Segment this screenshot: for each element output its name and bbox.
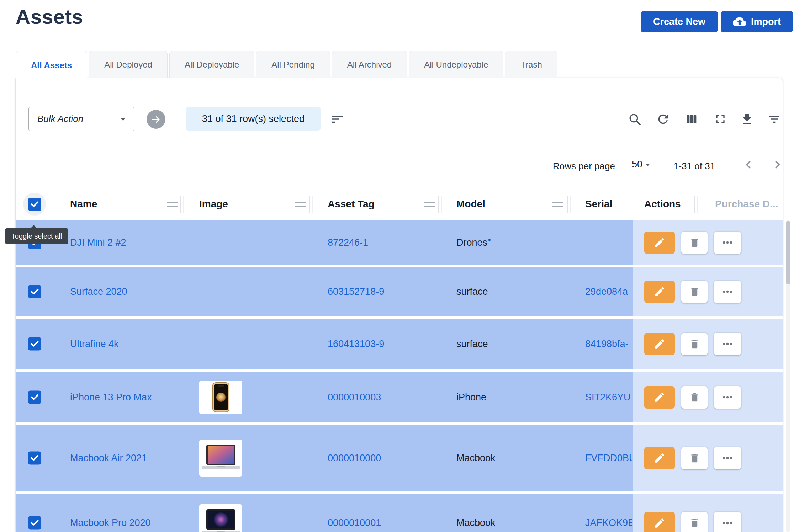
column-header-asset-tag[interactable]: Asset Tag (328, 188, 375, 220)
delete-button[interactable] (681, 281, 708, 303)
macbook-air-thumbnail (201, 444, 241, 472)
pencil-icon (653, 391, 666, 403)
asset-name-link[interactable]: Macbook Air 2021 (70, 453, 147, 464)
asset-tag-link[interactable]: 603152718-9 (328, 286, 384, 297)
table-row: Macbook Air 2021 0000010000 Macbook FVFD… (16, 425, 783, 491)
tab-all-undeployable[interactable]: All Undeployable (409, 51, 503, 78)
delete-button[interactable] (681, 232, 708, 254)
tab-all-archived[interactable]: All Archived (332, 51, 407, 78)
asset-name-link[interactable]: Macbook Pro 2020 (70, 517, 151, 528)
fullscreen-icon[interactable] (713, 112, 727, 126)
tab-all-assets[interactable]: All Assets (16, 51, 87, 79)
column-header-model[interactable]: Model (456, 188, 485, 220)
trash-icon (689, 517, 700, 528)
more-actions-button[interactable] (714, 386, 741, 409)
refresh-icon[interactable] (656, 112, 670, 126)
column-header-serial[interactable]: Serial (585, 188, 612, 220)
previous-page-button[interactable] (742, 158, 755, 171)
asset-name-link[interactable]: iPhone 13 Pro Max (70, 392, 152, 403)
asset-model: surface (456, 339, 488, 350)
asset-tag-link[interactable]: 872246-1 (328, 237, 368, 248)
more-actions-button[interactable] (714, 333, 741, 355)
arrow-right-icon (151, 114, 162, 125)
tab-all-deployed[interactable]: All Deployed (89, 51, 168, 78)
create-new-button[interactable]: Create New (641, 11, 718, 32)
apply-bulk-action-button[interactable] (147, 110, 165, 129)
edit-button[interactable] (644, 512, 675, 532)
rows-per-page-label: Rows per page (553, 161, 615, 172)
tab-trash[interactable]: Trash (505, 51, 557, 78)
edit-button[interactable] (644, 232, 675, 254)
delete-button[interactable] (681, 447, 708, 469)
edit-button[interactable] (644, 281, 675, 303)
asset-serial-link[interactable]: JAFKOK9E (585, 517, 632, 528)
row-checkbox[interactable] (28, 452, 41, 465)
drag-handle-icon[interactable] (424, 202, 435, 207)
asset-tag-link[interactable]: 0000010003 (328, 392, 381, 403)
next-page-button[interactable] (771, 158, 783, 171)
trash-icon (689, 237, 700, 248)
tab-all-deployable[interactable]: All Deployable (169, 51, 254, 78)
check-icon (30, 518, 39, 528)
column-divider[interactable] (180, 196, 181, 213)
asset-tag-link[interactable]: 0000010000 (328, 453, 381, 464)
asset-tag-link[interactable]: 0000010001 (328, 517, 381, 528)
vertical-scrollbar[interactable] (786, 220, 790, 532)
asset-serial-link[interactable]: 84198bfa- (585, 339, 632, 350)
rows-per-page-select[interactable]: 50 (632, 159, 653, 170)
search-icon[interactable] (628, 112, 642, 126)
drag-handle-icon[interactable] (552, 202, 563, 207)
asset-serial-link[interactable]: SIT2K6YU (585, 392, 632, 403)
more-actions-button[interactable] (714, 512, 741, 532)
drag-handle-icon[interactable] (295, 202, 306, 207)
asset-serial-link[interactable]: 29de084a (585, 286, 632, 297)
asset-name-link[interactable]: Surface 2020 (70, 286, 127, 297)
check-icon (30, 339, 39, 349)
asset-image-iphone[interactable] (199, 381, 242, 414)
column-divider[interactable] (567, 196, 568, 213)
columns-icon[interactable] (684, 112, 699, 126)
row-checkbox[interactable] (28, 391, 41, 404)
row-checkbox[interactable] (28, 516, 41, 530)
asset-serial-link[interactable]: FVFDD0BU (585, 453, 632, 464)
asset-name-link[interactable]: Ultrafine 4k (70, 339, 119, 350)
asset-image-macbook-air[interactable] (199, 440, 242, 477)
asset-tag-link[interactable]: 160413103-9 (328, 339, 384, 350)
drag-handle-icon[interactable] (167, 202, 178, 207)
scrollbar-thumb[interactable] (786, 221, 790, 284)
table-row: iPhone 13 Pro Max 0000010003 iPhone SIT2… (16, 372, 783, 422)
edit-button[interactable] (644, 333, 675, 355)
delete-button[interactable] (681, 333, 708, 355)
column-header-purchase-date[interactable]: Purchase D... (715, 188, 778, 220)
bulk-action-select[interactable]: Bulk Action (28, 107, 134, 131)
row-checkbox[interactable] (28, 285, 41, 298)
select-all-checkbox[interactable] (28, 198, 41, 211)
column-divider[interactable] (309, 196, 310, 213)
actions-cell (633, 267, 783, 316)
column-divider[interactable] (438, 196, 439, 213)
asset-name-link[interactable]: DJI Mini 2 #2 (70, 237, 126, 248)
column-header-image[interactable]: Image (199, 188, 228, 220)
import-button[interactable]: Import (721, 11, 793, 32)
more-actions-button[interactable] (714, 447, 741, 469)
pencil-icon (653, 236, 666, 249)
page-title: Assets (16, 5, 83, 28)
edit-button[interactable] (644, 386, 675, 409)
download-icon[interactable] (740, 112, 754, 126)
filter-icon[interactable] (767, 112, 781, 126)
more-actions-button[interactable] (714, 232, 741, 254)
sort-icon[interactable] (330, 112, 344, 126)
delete-button[interactable] (681, 386, 708, 409)
edit-button[interactable] (644, 447, 675, 469)
pencil-icon (653, 338, 666, 350)
trash-icon (689, 286, 700, 297)
column-header-name[interactable]: Name (70, 188, 97, 220)
column-divider[interactable] (694, 196, 695, 213)
ellipsis-icon (721, 517, 734, 529)
tooltip-text: Toggle select all (11, 232, 62, 240)
more-actions-button[interactable] (714, 281, 741, 303)
tab-all-pending[interactable]: All Pending (256, 51, 330, 78)
asset-image-macbook-pro[interactable] (199, 504, 242, 532)
row-checkbox[interactable] (28, 337, 41, 351)
delete-button[interactable] (681, 512, 708, 532)
